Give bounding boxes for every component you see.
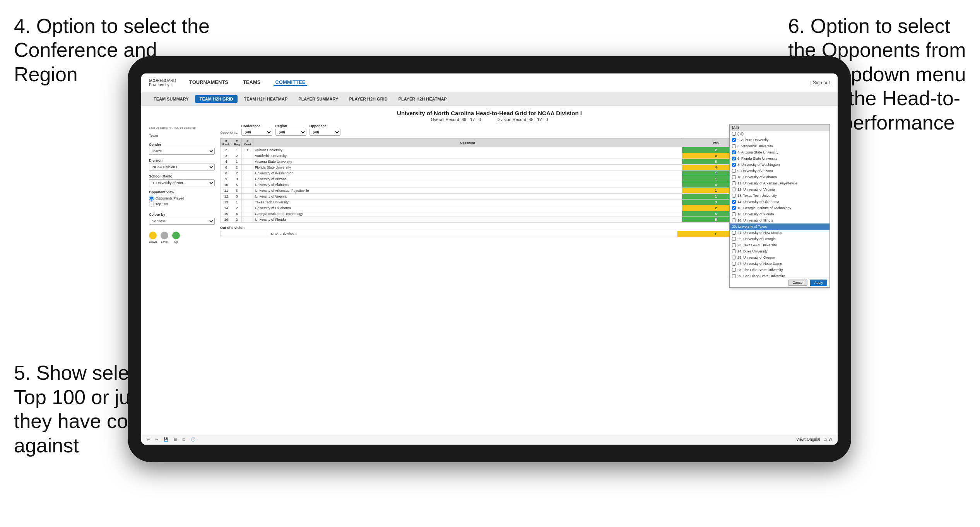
gender-section: Gender Men's xyxy=(149,143,215,155)
dropdown-checkbox[interactable] xyxy=(732,206,736,210)
radio-top100[interactable]: Top 100 xyxy=(149,201,215,206)
cell-2 xyxy=(242,205,253,211)
legend-level-label: Level xyxy=(161,240,168,244)
radio-opponents-played-input[interactable] xyxy=(149,196,154,201)
subnav-player-h2h-heatmap[interactable]: PLAYER H2H HEATMAP xyxy=(394,95,452,103)
dropdown-checkbox[interactable] xyxy=(732,163,736,167)
subnav-player-summary[interactable]: PLAYER SUMMARY xyxy=(294,95,343,103)
dropdown-checkbox[interactable] xyxy=(732,188,736,191)
subnav-team-summary[interactable]: TEAM SUMMARY xyxy=(149,95,193,103)
dropdown-checkbox[interactable] xyxy=(732,212,736,216)
dropdown-checkbox[interactable] xyxy=(732,194,736,198)
dropdown-checkbox[interactable] xyxy=(732,132,736,136)
dropdown-item[interactable]: 3. Vanderbilt University xyxy=(730,143,829,149)
dropdown-checkbox[interactable] xyxy=(732,157,736,160)
division-label: Division xyxy=(149,159,215,162)
dropdown-item[interactable]: 16. University of Florida xyxy=(730,211,829,217)
dropdown-item[interactable]: 13. Texas Tech University xyxy=(730,193,829,199)
cell-1: 2 xyxy=(232,153,242,159)
dropdown-checkbox[interactable] xyxy=(732,181,736,185)
gender-label: Gender xyxy=(149,143,215,147)
toolbar-view-label: View: Original xyxy=(796,437,820,442)
dropdown-item[interactable]: 22. University of Georgia xyxy=(730,236,829,242)
dropdown-checkbox[interactable] xyxy=(732,268,736,272)
nav-signout[interactable]: | Sign out xyxy=(811,80,830,85)
legend-dot-level xyxy=(161,232,168,239)
nav-committee[interactable]: COMMITTEE xyxy=(274,79,307,86)
dropdown-item[interactable]: 9. University of Arizona xyxy=(730,168,829,174)
dropdown-item[interactable]: 12. University of Virginia xyxy=(730,186,829,193)
dropdown-checkbox[interactable] xyxy=(732,231,736,235)
conference-select[interactable]: (All) xyxy=(241,129,272,136)
apply-button[interactable]: Apply xyxy=(810,280,827,286)
dropdown-item[interactable]: 20. University of Texas xyxy=(730,223,829,230)
dropdown-checkbox[interactable] xyxy=(732,274,736,278)
dropdown-item[interactable]: 2. Auburn University xyxy=(730,137,829,143)
opponent-select[interactable]: (All) xyxy=(310,129,340,136)
dropdown-checkbox[interactable] xyxy=(732,218,736,222)
cancel-button[interactable]: Cancel xyxy=(788,280,807,286)
radio-top100-input[interactable] xyxy=(149,201,154,206)
radio-opponents-played[interactable]: Opponents Played xyxy=(149,196,215,201)
report-title: University of North Carolina Head-to-Hea… xyxy=(149,110,830,116)
nav-teams[interactable]: TEAMS xyxy=(241,79,262,86)
dropdown-item-label: 14. University of Oklahoma xyxy=(737,200,779,204)
dropdown-item[interactable]: 29. San Diego State University xyxy=(730,273,829,278)
colour-select[interactable]: Win/loss xyxy=(149,218,215,225)
cell-2 xyxy=(242,159,253,165)
team-name-cell: Vanderbilt University xyxy=(253,153,682,159)
dropdown-item[interactable]: 4. Arizona State University xyxy=(730,149,829,155)
dropdown-item[interactable]: 23. Texas A&M University xyxy=(730,242,829,248)
opponent-dropdown[interactable]: (All) (All)2. Auburn University3. Vander… xyxy=(729,124,830,288)
dropdown-checkbox[interactable] xyxy=(732,150,736,154)
dropdown-item[interactable]: 21. University of New Mexico xyxy=(730,230,829,236)
dropdown-item[interactable]: 11. University of Arkansas, Fayetteville xyxy=(730,180,829,186)
cell-0: 16 xyxy=(221,217,232,223)
team-section: Team xyxy=(149,134,215,139)
nav-tournaments[interactable]: TOURNAMENTS xyxy=(188,79,230,86)
dropdown-checkbox[interactable] xyxy=(732,200,736,204)
toolbar-warning[interactable]: ⚠ W xyxy=(823,437,834,442)
dropdown-item[interactable]: 14. University of Oklahoma xyxy=(730,199,829,205)
dropdown-checkbox[interactable] xyxy=(732,144,736,148)
subnav-player-h2h-grid[interactable]: PLAYER H2H GRID xyxy=(344,95,392,103)
toolbar-redo[interactable]: ↪ xyxy=(154,437,160,442)
subnav-h2h-grid[interactable]: TEAM H2H GRID xyxy=(195,95,238,103)
dropdown-item[interactable]: 25. University of Oregon xyxy=(730,254,829,261)
dropdown-checkbox[interactable] xyxy=(732,237,736,241)
cell-2 xyxy=(242,176,253,182)
dropdown-item[interactable]: 6. Florida State University xyxy=(730,155,829,162)
legend-dot-up xyxy=(172,232,180,239)
dropdown-item[interactable]: 15. Georgia Institute of Technology xyxy=(730,205,829,211)
region-select[interactable]: (All) xyxy=(275,129,306,136)
cell-1: 2 xyxy=(232,205,242,211)
dropdown-checkbox[interactable] xyxy=(732,249,736,253)
subnav-h2h-heatmap[interactable]: TEAM H2H HEATMAP xyxy=(239,95,292,103)
dropdown-checkbox[interactable] xyxy=(732,138,736,142)
dropdown-checkbox[interactable] xyxy=(732,175,736,179)
toolbar-fit[interactable]: ⊡ xyxy=(181,437,187,442)
toolbar-copy[interactable]: ⊞ xyxy=(172,437,178,442)
toolbar-save[interactable]: 💾 xyxy=(162,437,170,442)
gender-select[interactable]: Men's xyxy=(149,148,215,155)
cell-2 xyxy=(242,188,253,194)
dropdown-checkbox[interactable] xyxy=(732,169,736,173)
dropdown-item[interactable]: 28. The Ohio State University xyxy=(730,267,829,273)
nav-logo: 5COREBOARD Powered by... xyxy=(149,78,176,87)
toolbar-clock[interactable]: 🕐 xyxy=(189,437,197,442)
dropdown-checkbox[interactable] xyxy=(732,262,736,266)
dropdown-item[interactable]: 24. Duke University xyxy=(730,248,829,254)
dropdown-checkbox[interactable] xyxy=(732,243,736,247)
dropdown-checkbox[interactable] xyxy=(732,256,736,259)
dropdown-item[interactable]: 8. University of Washington xyxy=(730,162,829,168)
toolbar-undo[interactable]: ↩ xyxy=(145,437,151,442)
dropdown-item[interactable]: 10. University of Alabama xyxy=(730,174,829,180)
division-select[interactable]: NCAA Division I xyxy=(149,164,215,171)
dropdown-item-label: 11. University of Arkansas, Fayetteville xyxy=(737,181,797,185)
cell-1: 3 xyxy=(232,194,242,200)
dropdown-item[interactable]: 27. University of Notre Dame xyxy=(730,261,829,267)
dropdown-item[interactable]: (All) xyxy=(730,131,829,137)
dropdown-item-label: 12. University of Virginia xyxy=(737,188,775,191)
dropdown-item[interactable]: 18. University of Illinois xyxy=(730,217,829,223)
school-select[interactable]: 1. University of Nort... xyxy=(149,179,215,186)
